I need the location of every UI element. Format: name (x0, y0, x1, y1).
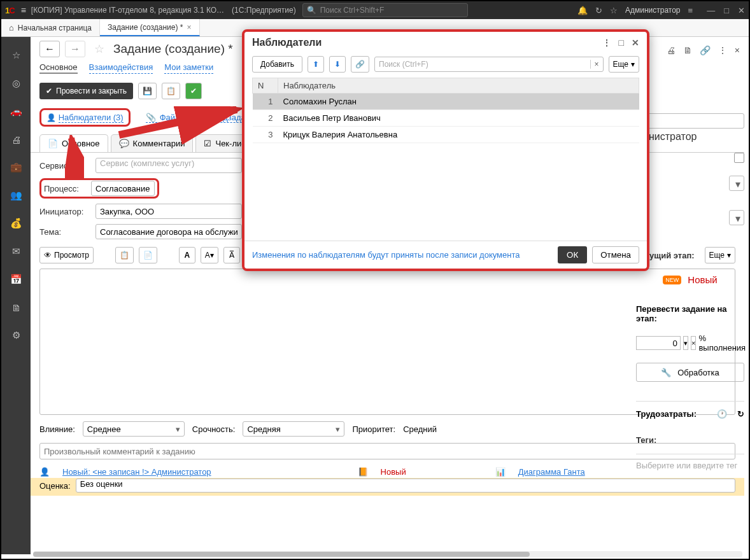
dialog-kebab-icon[interactable]: ⋮ (602, 38, 611, 48)
window-maximize[interactable]: □ (724, 6, 729, 15)
tab-close-icon[interactable]: × (187, 23, 192, 32)
sidebar-gear-icon[interactable]: ⚙ (10, 330, 22, 341)
impact-dropdown[interactable]: Среднее (83, 421, 185, 437)
dialog-close-icon[interactable]: ✕ (632, 38, 639, 48)
urgency-dropdown[interactable]: Средняя (243, 421, 344, 437)
sidebar-calendar-icon[interactable]: 📅 (10, 274, 22, 285)
panel-dropdown-1[interactable] (729, 176, 744, 191)
dialog-add-button[interactable]: Добавить (252, 56, 302, 73)
sidebar-mail-icon[interactable]: ✉ (10, 246, 22, 257)
chart-icon: 📊 (495, 467, 506, 477)
nav-forward-button[interactable]: → (65, 41, 85, 57)
watchers-table: N Наблюдатель 1 Соломахин Руслан 2 Васил… (252, 78, 639, 143)
subject-input[interactable] (96, 224, 242, 239)
sidebar-briefcase-icon[interactable]: 💼 (10, 162, 22, 173)
global-search[interactable]: 🔍 Поиск Ctrl+Shift+F (302, 3, 468, 17)
col-watcher[interactable]: Наблюдатель (278, 78, 639, 94)
panel-checkbox[interactable] (734, 153, 744, 163)
font-size-button[interactable]: A▾ (201, 247, 218, 263)
window-minimize[interactable]: — (707, 6, 715, 15)
font-inc-button[interactable]: A̅ (223, 247, 240, 263)
paste-button[interactable]: 📋 (115, 247, 134, 263)
urgency-label: Срочность: (192, 424, 236, 434)
menu-icon[interactable]: ≡ (21, 5, 26, 15)
service-input[interactable]: Сервис (комплекс услуг) (96, 158, 242, 173)
favorite-icon[interactable]: ☆ (94, 42, 104, 56)
post-close-button[interactable]: ✔ Провести и закрыть (39, 83, 133, 99)
close-panel-icon[interactable]: × (733, 43, 742, 57)
sidebar-money-icon[interactable]: 💰 (10, 218, 22, 229)
search-icon: 🔍 (307, 6, 316, 15)
dialog-move-up-button[interactable]: ⬆ (308, 56, 324, 73)
sidebar-print-icon[interactable]: 🖨 (10, 134, 22, 145)
right-panel: 🖨 🗎 🔗 ⋮ × В министратор Текущий этап: NE… (636, 39, 744, 552)
dialog-ok-button[interactable]: ОК (558, 246, 587, 263)
search-clear-icon[interactable]: × (590, 60, 599, 69)
preview-button[interactable]: 👁 Просмотр (39, 247, 94, 263)
dialog-move-down-button[interactable]: ⬇ (329, 56, 346, 73)
table-row[interactable]: 2 Васильев Петр Иванович (253, 110, 639, 127)
comment-input[interactable] (39, 443, 735, 459)
table-row[interactable]: 1 Соломахин Руслан (253, 94, 639, 110)
eye-icon: 👁 (44, 251, 52, 260)
gantt-link[interactable]: Диаграмма Ганта (518, 467, 585, 477)
dialog-link-button[interactable]: 🔗 (351, 56, 369, 73)
dialog-cancel-button[interactable]: Отмена (592, 246, 639, 263)
process-button[interactable]: 🔧 Обработка (636, 363, 744, 382)
tab-task[interactable]: Задание (создание) * × (100, 19, 200, 36)
kebab-icon[interactable]: ⋮ (716, 43, 729, 57)
watchers-link[interactable]: Наблюдатели (3) (59, 113, 124, 123)
sidebar-users-icon[interactable]: 👥 (10, 190, 22, 201)
stage-new: Новый (688, 274, 717, 285)
subnav-interactions[interactable]: Взаимодействия (89, 62, 153, 74)
history-icon[interactable]: ↻ (595, 6, 602, 15)
pct-input[interactable] (636, 336, 681, 350)
rich-text-editor[interactable] (39, 269, 735, 415)
tab-form-main[interactable]: 📄 Основное (39, 134, 108, 152)
check-icon: ✔ (46, 87, 52, 95)
font-button[interactable]: A (179, 247, 195, 263)
subnav-main[interactable]: Основное (39, 62, 78, 74)
initiator-input[interactable] (96, 204, 242, 219)
post-button[interactable]: 📋 (162, 83, 180, 99)
sidebar-compass-icon[interactable]: ◎ (10, 78, 22, 89)
sidebar-docs-icon[interactable]: 🗎 (10, 302, 22, 313)
dialog-maximize-icon[interactable]: □ (619, 38, 624, 48)
accept-button[interactable]: ✔ (185, 83, 202, 99)
labor-refresh-icon[interactable]: ↻ (737, 409, 744, 419)
sidebar-star-icon[interactable]: ☆ (10, 50, 22, 61)
horizontal-scrollbar[interactable] (33, 551, 742, 557)
link-icon[interactable]: 🔗 (698, 43, 712, 57)
bell-icon[interactable]: 🔔 (577, 6, 588, 15)
settings-icon[interactable]: ≡ (688, 6, 693, 15)
table-row[interactable]: 3 Крицук Валерия Анатольевна (253, 127, 639, 143)
panel-btn[interactable]: В (636, 113, 744, 129)
tab-home[interactable]: ⌂ Начальная страница (1, 19, 100, 36)
star-icon[interactable]: ☆ (610, 6, 618, 15)
dialog-more-button[interactable]: Еще ▾ (609, 56, 639, 73)
save-button[interactable]: 💾 (138, 83, 157, 99)
report-icon[interactable]: 🗎 (681, 43, 694, 57)
tab-form-comments[interactable]: 💬 Комментарии (111, 134, 194, 152)
dialog-search[interactable]: Поиск (Ctrl+F) × (374, 57, 604, 72)
panel-dropdown-2[interactable] (729, 210, 744, 225)
sidebar-car-icon[interactable]: 🚗 (10, 106, 22, 117)
files-link[interactable]: 📎 Файлы (146, 113, 186, 123)
arrow-up-icon: ⬆ (313, 60, 319, 69)
pct-label: % выполнения (698, 333, 746, 353)
status-link[interactable]: Новый: <не записан !> Администратор (62, 467, 211, 477)
process-input[interactable] (91, 181, 155, 196)
clock-icon[interactable]: 🕐 (717, 409, 727, 419)
current-user[interactable]: Администратор (625, 6, 681, 15)
printer-icon[interactable]: 🖨 (665, 43, 677, 57)
nav-back-button[interactable]: ← (39, 41, 60, 57)
subnav-notes[interactable]: Мои заметки (164, 62, 213, 74)
new-badge-icon: NEW (663, 276, 681, 284)
pct-up-button[interactable]: ▾ (683, 336, 688, 350)
rating-label: Оценка: (39, 481, 71, 491)
copy-button[interactable]: 📄 (139, 247, 157, 263)
tags-input[interactable]: Выберите или введите тег (636, 454, 744, 470)
pct-clear-button[interactable]: × (691, 336, 696, 350)
window-close[interactable]: ✕ (738, 6, 745, 15)
col-n[interactable]: N (253, 78, 278, 94)
